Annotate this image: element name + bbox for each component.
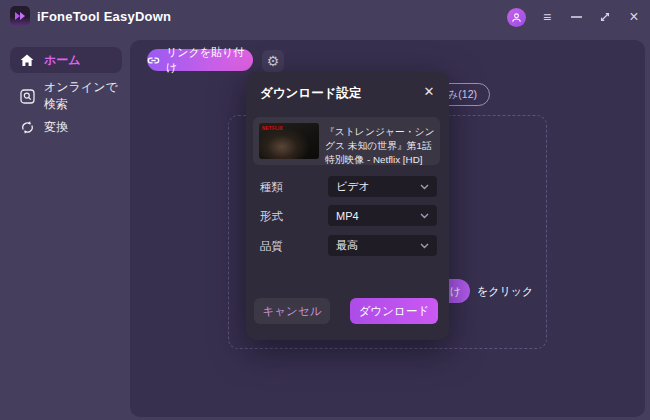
field-label: 形式: [260, 209, 283, 224]
format-dropdown-value: MP4: [336, 210, 359, 222]
paste-link-label: リンクを貼り付け: [166, 45, 253, 75]
download-button[interactable]: ダウンロード: [350, 298, 438, 324]
minimize-icon[interactable]: [568, 9, 584, 25]
hint-button-fragment-label: け: [450, 284, 461, 299]
account-avatar[interactable]: [507, 8, 526, 27]
app-title: iFoneTool EasyDown: [37, 9, 171, 24]
dialog-close-icon[interactable]: ✕: [421, 83, 437, 99]
type-dropdown-value: ビデオ: [336, 179, 370, 194]
paste-link-button[interactable]: リンクを貼り付け: [147, 49, 253, 71]
hint-text: をクリック: [477, 284, 533, 299]
sidebar-item-convert[interactable]: 変換: [10, 114, 122, 140]
maximize-icon[interactable]: [597, 9, 613, 25]
video-title: 『ストレンジャー・シングス 未知の世界』第1話 特別映像 - Netflix […: [325, 125, 435, 168]
convert-icon: [19, 119, 35, 135]
search-icon: [19, 88, 35, 104]
chevron-down-icon: [420, 243, 429, 249]
cancel-button[interactable]: キャンセル: [254, 298, 330, 324]
chevron-down-icon: [420, 213, 429, 219]
window-controls: ≡ ×: [507, 0, 642, 34]
app-logo-icon: [10, 6, 30, 26]
field-label: 品質: [260, 239, 283, 254]
netflix-logo: NETFLIX: [262, 126, 283, 131]
video-thumbnail: NETFLIX: [259, 123, 319, 159]
sidebar: ホーム オンラインで検索 変換: [0, 34, 130, 420]
gear-icon: ⚙: [267, 53, 280, 69]
field-row-type: 種類 ビデオ: [246, 176, 449, 197]
field-row-quality: 品質 最高: [246, 235, 449, 256]
titlebar: iFoneTool EasyDown ≡ ×: [0, 0, 650, 34]
field-label: 種類: [260, 180, 283, 195]
sidebar-item-label: 変換: [44, 119, 68, 136]
sidebar-item-home[interactable]: ホーム: [10, 47, 122, 73]
type-dropdown[interactable]: ビデオ: [328, 176, 437, 197]
sidebar-item-search-online[interactable]: オンラインで検索: [10, 83, 122, 109]
menu-icon[interactable]: ≡: [539, 9, 555, 25]
quality-dropdown[interactable]: 最高: [328, 235, 437, 256]
sidebar-item-label: ホーム: [44, 52, 81, 69]
settings-gear-button[interactable]: ⚙: [262, 50, 284, 72]
link-icon: [147, 56, 160, 65]
video-info-card: NETFLIX 『ストレンジャー・シングス 未知の世界』第1話 特別映像 - N…: [253, 117, 440, 165]
format-dropdown[interactable]: MP4: [328, 205, 437, 226]
download-settings-dialog: ダウンロード設定 ✕ NETFLIX 『ストレンジャー・シングス 未知の世界』第…: [246, 72, 449, 340]
field-row-format: 形式 MP4: [246, 205, 449, 226]
home-icon: [19, 52, 35, 68]
quality-dropdown-value: 最高: [336, 238, 358, 253]
dialog-title: ダウンロード設定: [260, 85, 361, 102]
chevron-down-icon: [420, 184, 429, 190]
close-icon[interactable]: ×: [626, 9, 642, 25]
sidebar-item-label: オンラインで検索: [44, 79, 122, 113]
